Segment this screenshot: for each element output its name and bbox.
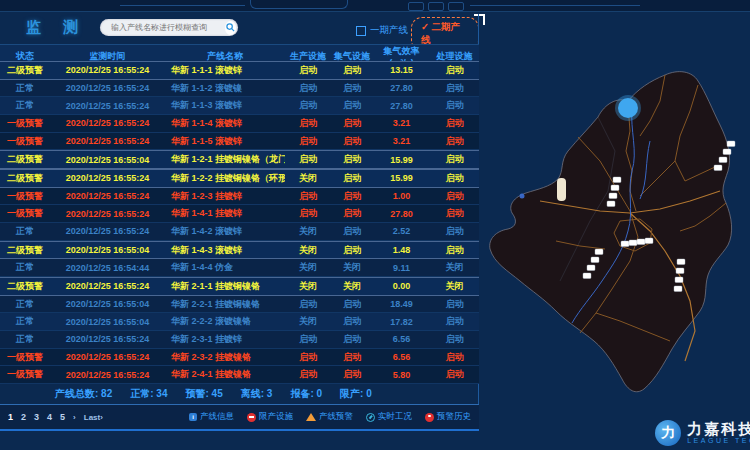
- table-row[interactable]: 正常2020/12/25 16:55:24华新 2-3-1 挂镀锌启动启动6.5…: [0, 331, 479, 349]
- table-row[interactable]: 正常2020/12/25 16:55:24华新 1-4-2 滚镀锌关闭启动2.5…: [0, 223, 479, 241]
- device-tag-marker[interactable]: [591, 257, 599, 263]
- legend-label: 产线预警: [319, 411, 353, 423]
- cell-status: 正常: [0, 315, 50, 328]
- cell-gas-rate: 5.80: [373, 370, 430, 380]
- page-button[interactable]: 1: [8, 412, 13, 422]
- device-tag-marker[interactable]: [609, 193, 617, 199]
- cell-time: 2020/12/25 16:55:04: [50, 317, 165, 327]
- device-tag-marker[interactable]: [583, 273, 591, 279]
- table-row[interactable]: 二级预警2020/12/25 16:55:24华新 2-1-1 挂镀铜镍铬关闭关…: [0, 277, 479, 296]
- table-row[interactable]: 二级预警2020/12/25 16:55:04华新 1-2-1 挂镀铜镍铬（龙门…: [0, 150, 479, 169]
- device-tag-marker[interactable]: [677, 259, 685, 265]
- phase1-checkbox[interactable]: 一期产线: [356, 24, 408, 37]
- cell-gas-rate: 17.82: [373, 317, 430, 327]
- table-row[interactable]: 一级预警2020/12/25 16:55:24华新 1-4-1 挂镀锌启动启动2…: [0, 205, 479, 223]
- table-row[interactable]: 正常2020/12/25 16:54:44华新 1-4-4 仿金关闭关闭9.11…: [0, 259, 479, 277]
- cell-gas-facility: 启动: [331, 135, 373, 148]
- legend-button-tri[interactable]: 产线预警: [306, 411, 353, 423]
- summary-bar: 产线总数: 82正常: 34预警: 45离线: 3报备: 0限产: 0: [0, 384, 479, 404]
- device-tag-marker[interactable]: [621, 241, 629, 247]
- search-input[interactable]: [100, 23, 225, 32]
- cell-gas-facility: 启动: [331, 190, 373, 203]
- legend-button-gauge[interactable]: 实时工况: [366, 411, 412, 423]
- table-row[interactable]: 二级预警2020/12/25 16:55:24华新 1-2-2 挂镀铜镍铬（环形…: [0, 169, 479, 188]
- table-row[interactable]: 一级预警2020/12/25 16:55:24华新 1-1-5 滚镀锌启动启动3…: [0, 133, 479, 151]
- info-icon: i: [189, 413, 197, 421]
- top-decoration: [448, 2, 464, 11]
- table-row[interactable]: 正常2020/12/25 16:55:04华新 2-2-2 滚镀镍铬关闭启动17…: [0, 313, 479, 331]
- legend-button-alarm[interactable]: 预警历史: [425, 411, 471, 423]
- reservoir-marker: [557, 178, 566, 201]
- cell-production-facility: 启动: [285, 82, 331, 95]
- device-tag-marker[interactable]: [587, 265, 595, 271]
- pagination: 12345›Last›: [8, 412, 103, 422]
- cell-line-name: 华新 2-3-1 挂镀锌: [165, 333, 285, 346]
- device-tag-marker[interactable]: [613, 177, 621, 183]
- cell-line-name: 华新 1-1-4 滚镀锌: [165, 117, 285, 130]
- table-row[interactable]: 二级预警2020/12/25 16:55:24华新 1-1-1 滚镀锌启动启动1…: [0, 61, 479, 80]
- search-button[interactable]: [225, 21, 236, 35]
- monitor-table: 二级预警2020/12/25 16:55:24华新 1-1-1 滚镀锌启动启动1…: [0, 61, 479, 384]
- page-button[interactable]: Last›: [84, 413, 103, 422]
- table-row[interactable]: 一级预警2020/12/25 16:55:24华新 2-3-2 挂镀镍铬启动启动…: [0, 349, 479, 367]
- device-tag-marker[interactable]: [629, 240, 637, 246]
- device-tag-marker[interactable]: [674, 286, 682, 292]
- cell-gas-rate: 15.99: [373, 173, 430, 183]
- legend-label: 预警历史: [437, 411, 471, 423]
- table-row[interactable]: 一级预警2020/12/25 16:55:24华新 1-1-4 滚镀锌启动启动3…: [0, 115, 479, 133]
- legend-button-info[interactable]: i产线信息: [189, 411, 234, 423]
- device-tag-marker[interactable]: [595, 249, 603, 255]
- table-row[interactable]: 正常2020/12/25 16:55:24华新 1-1-2 滚镀镍启动启动27.…: [0, 80, 479, 98]
- table-row[interactable]: 一级预警2020/12/25 16:55:24华新 1-2-3 挂镀锌启动启动1…: [0, 188, 479, 206]
- cell-time: 2020/12/25 16:55:24: [50, 83, 165, 93]
- cell-status: 正常: [0, 298, 50, 311]
- page-title: 监 测: [26, 18, 87, 37]
- device-tag-marker[interactable]: [676, 268, 684, 274]
- cell-gas-facility: 启动: [331, 333, 373, 346]
- checkbox-icon: [356, 26, 366, 36]
- cell-line-name: 华新 1-1-5 滚镀锌: [165, 135, 285, 148]
- device-tag-marker[interactable]: [675, 277, 683, 283]
- device-tag-marker[interactable]: [714, 165, 722, 171]
- cell-treatment-facility: 启动: [430, 117, 479, 130]
- device-tag-marker[interactable]: [719, 157, 727, 163]
- device-circle-marker[interactable]: [618, 98, 638, 118]
- cell-status: 一级预警: [0, 190, 50, 203]
- page-button[interactable]: 4: [47, 412, 52, 422]
- device-tag-marker[interactable]: [727, 141, 735, 147]
- page-button[interactable]: 3: [34, 412, 39, 422]
- cell-gas-rate: 27.80: [373, 83, 430, 93]
- page-button[interactable]: 5: [60, 412, 65, 422]
- cell-production-facility: 启动: [285, 351, 331, 364]
- table-row[interactable]: 正常2020/12/25 16:55:04华新 2-2-1 挂镀铜镍铬启动启动1…: [0, 296, 479, 314]
- device-tag-marker[interactable]: [637, 239, 645, 245]
- cell-status: 正常: [0, 225, 50, 238]
- top-decoration: [250, 0, 348, 9]
- page-button[interactable]: ›: [73, 413, 76, 422]
- cell-treatment-facility: 启动: [430, 298, 479, 311]
- cell-production-facility: 启动: [285, 190, 331, 203]
- city-map-panel[interactable]: 力 力嘉科技 LEAGUE TECH: [480, 11, 750, 450]
- page-button[interactable]: 2: [21, 412, 26, 422]
- cell-production-facility: 启动: [285, 135, 331, 148]
- cell-time: 2020/12/25 16:55:24: [50, 101, 165, 111]
- cell-treatment-facility: 启动: [430, 82, 479, 95]
- device-tag-marker[interactable]: [723, 149, 731, 155]
- cell-gas-rate: 13.15: [373, 65, 430, 75]
- small-lake: [520, 194, 525, 199]
- cell-time: 2020/12/25 16:55:24: [50, 118, 165, 128]
- cell-status: 一级预警: [0, 135, 50, 148]
- device-tag-marker[interactable]: [607, 201, 615, 207]
- alarm-icon: [425, 413, 434, 422]
- cell-gas-rate: 3.21: [373, 118, 430, 128]
- legend-button-noentry[interactable]: 限产设施: [247, 411, 293, 423]
- cell-time: 2020/12/25 16:55:24: [50, 191, 165, 201]
- table-row[interactable]: 二级预警2020/12/25 16:55:04华新 1-4-3 滚镀锌关闭启动1…: [0, 241, 479, 260]
- search-box[interactable]: [100, 19, 238, 36]
- cell-gas-rate: 9.11: [373, 263, 430, 273]
- table-row[interactable]: 正常2020/12/25 16:55:24华新 1-1-3 滚镀锌启动启动27.…: [0, 97, 479, 115]
- device-tag-marker[interactable]: [611, 185, 619, 191]
- device-tag-marker[interactable]: [645, 238, 653, 244]
- table-row[interactable]: 一级预警2020/12/25 16:55:24华新 2-4-1 挂镀镍铬启动启动…: [0, 366, 479, 384]
- cell-line-name: 华新 1-2-3 挂镀锌: [165, 190, 285, 203]
